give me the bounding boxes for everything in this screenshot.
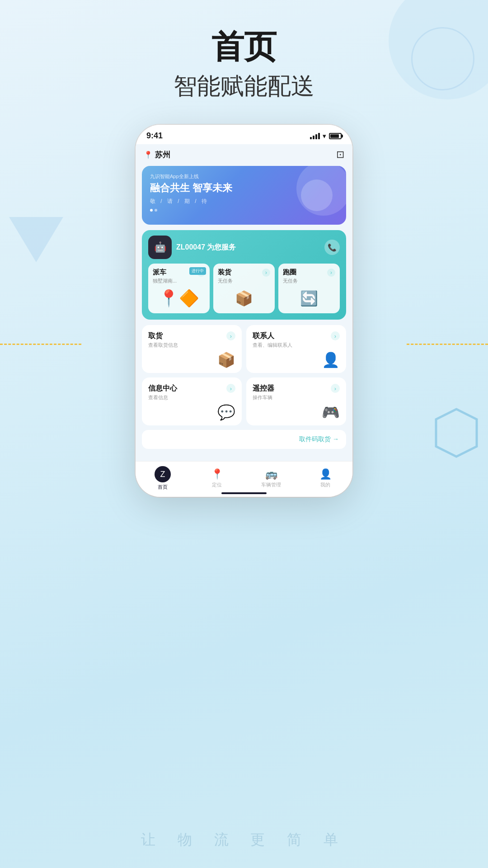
menu-item-info[interactable]: 信息中心 查看信息 › 💬 — [142, 377, 242, 425]
nav-item-profile[interactable]: 👤 我的 — [310, 468, 341, 488]
task-subtitle-dispatch: 独墅湖南... — [153, 278, 205, 284]
menu-item-top-info: 信息中心 查看信息 › — [148, 384, 235, 401]
app-content: 📍 苏州 ⊡ 九识智能App全新上线 融合共生 智享未来 敬 / 请 / 期 /… — [136, 144, 352, 497]
menu-item-bottom-info: 💬 — [148, 404, 235, 421]
bottom-nav: Z 首页 📍 定位 🚌 车辆管理 👤 我的 — [136, 461, 352, 497]
location-pin-icon: 📍 — [144, 151, 153, 159]
box-icon-img: 📦 — [235, 290, 253, 307]
phone-frame: 9:41 ▾ 📍 苏州 ⊡ 九识智 — [136, 125, 352, 497]
menu-item-title-info: 信息中心 — [148, 384, 177, 393]
task-card-header-patrol: 跑圈 › — [283, 268, 335, 277]
refresh-icon-img: 🔄 — [300, 290, 318, 307]
menu-grid: 取货 查看取货信息 › 📦 联系人 查看、编辑联系人 › — [142, 325, 346, 425]
contact-icon-img: 👤 — [322, 351, 340, 368]
task-cards-row: 进行中 派车 › 独墅湖南... 📍🔶 装货 › — [148, 264, 340, 320]
bg-triangle-left — [9, 217, 63, 262]
menu-item-arrow-contact: › — [331, 331, 340, 340]
task-title-patrol: 跑圈 — [283, 268, 296, 277]
banner-deco-2 — [301, 179, 333, 211]
task-card-patrol[interactable]: 跑圈 › 无任务 🔄 — [278, 264, 340, 313]
menu-item-top-contact: 联系人 查看、编辑联系人 › — [253, 331, 340, 349]
bg-hexagon-right — [434, 407, 479, 459]
nav-icon-profile: 👤 — [319, 468, 332, 480]
pickup-code-text: 取件码取货 → — [299, 435, 339, 443]
nav-icon-vehicle: 🚌 — [265, 468, 277, 480]
menu-item-desc-info: 查看信息 — [148, 394, 177, 401]
info-icon-img: 💬 — [217, 404, 235, 421]
task-arrow-loading: › — [262, 269, 270, 277]
menu-item-bottom-contact: 👤 — [253, 351, 340, 368]
status-bar: 9:41 ▾ — [136, 125, 352, 144]
battery-icon — [329, 133, 342, 139]
nav-item-location[interactable]: 📍 定位 — [201, 468, 233, 488]
status-icons: ▾ — [310, 132, 342, 140]
menu-item-title-contact: 联系人 — [253, 331, 292, 341]
task-subtitle-loading: 无任务 — [218, 278, 270, 284]
banner-dot-1 — [150, 209, 153, 212]
menu-item-top-remote: 遥控器 操作车辆 › — [253, 384, 340, 401]
pickup-code-banner[interactable]: 取件码取货 → — [142, 430, 346, 449]
task-status-badge-dispatch: 进行中 — [189, 267, 206, 275]
signal-bars-icon — [310, 133, 320, 139]
bg-circle-small — [411, 27, 474, 90]
location-icon-img: 📍🔶 — [159, 289, 199, 308]
menu-item-remote[interactable]: 遥控器 操作车辆 › 🎮 — [246, 377, 346, 425]
task-subtitle-patrol: 无任务 — [283, 278, 335, 284]
robot-avatar: 🤖 — [148, 236, 172, 259]
menu-item-pickup[interactable]: 取货 查看取货信息 › 📦 — [142, 325, 242, 373]
location-name: 苏州 — [155, 150, 170, 160]
service-header-left: 🤖 ZL00047 为您服务 — [148, 236, 236, 259]
nav-label-home: 首页 — [158, 484, 168, 491]
location-info[interactable]: 📍 苏州 — [144, 150, 170, 160]
menu-item-title-remote: 遥控器 — [253, 384, 274, 393]
menu-item-desc-remote: 操作车辆 — [253, 394, 274, 401]
menu-item-contact[interactable]: 联系人 查看、编辑联系人 › 👤 — [246, 325, 346, 373]
banner[interactable]: 九识智能App全新上线 融合共生 智享未来 敬 / 请 / 期 / 待 — [142, 166, 346, 225]
task-card-header-loading: 装货 › — [218, 268, 270, 277]
task-image-dispatch: 📍🔶 — [153, 287, 205, 310]
app-topbar: 📍 苏州 ⊡ — [136, 144, 352, 164]
menu-item-desc-contact: 查看、编辑联系人 — [253, 342, 292, 349]
bottom-tagline: 让 物 流 更 简 单 — [0, 830, 488, 850]
remote-icon-img: 🎮 — [322, 404, 340, 421]
nav-icon-home: Z — [155, 466, 171, 482]
task-image-loading: 📦 — [218, 287, 270, 310]
task-arrow-patrol: › — [327, 269, 335, 277]
menu-item-bottom-pickup: 📦 — [148, 351, 235, 368]
menu-item-arrow-info: › — [226, 384, 235, 393]
task-title-loading: 装货 — [218, 268, 231, 277]
service-id: ZL00047 为您服务 — [176, 243, 236, 252]
phone-call-icon[interactable]: 📞 — [324, 240, 340, 255]
menu-item-arrow-pickup: › — [226, 331, 235, 340]
menu-item-desc-pickup: 查看取货信息 — [148, 342, 178, 349]
bg-dashed-right — [407, 344, 488, 345]
service-header: 🤖 ZL00047 为您服务 📞 — [148, 236, 340, 259]
task-card-dispatch[interactable]: 进行中 派车 › 独墅湖南... 📍🔶 — [148, 264, 210, 313]
task-image-patrol: 🔄 — [283, 287, 335, 310]
home-indicator-bar — [221, 492, 267, 494]
scan-icon[interactable]: ⊡ — [336, 149, 344, 160]
nav-item-home[interactable]: Z 首页 — [147, 466, 178, 491]
svg-marker-0 — [436, 409, 477, 457]
nav-icon-location: 📍 — [211, 468, 223, 480]
nav-label-vehicle: 车辆管理 — [261, 481, 281, 488]
banner-dot-2 — [155, 209, 157, 212]
menu-item-title-pickup: 取货 — [148, 331, 178, 341]
wifi-icon: ▾ — [323, 132, 326, 140]
bg-dashed-left — [0, 344, 81, 345]
nav-label-profile: 我的 — [320, 481, 330, 488]
task-card-loading[interactable]: 装货 › 无任务 📦 — [213, 264, 275, 313]
nav-item-vehicle[interactable]: 🚌 车辆管理 — [255, 468, 287, 488]
task-title-dispatch: 派车 — [153, 268, 166, 277]
menu-item-top-pickup: 取货 查看取货信息 › — [148, 331, 235, 349]
pickup-icon-img: 📦 — [217, 351, 235, 368]
service-card: 🤖 ZL00047 为您服务 📞 进行中 派车 › 独墅湖南... — [142, 230, 346, 320]
menu-item-arrow-remote: › — [331, 384, 340, 393]
menu-item-bottom-remote: 🎮 — [253, 404, 340, 421]
status-time: 9:41 — [146, 131, 163, 141]
nav-label-location: 定位 — [212, 481, 222, 488]
